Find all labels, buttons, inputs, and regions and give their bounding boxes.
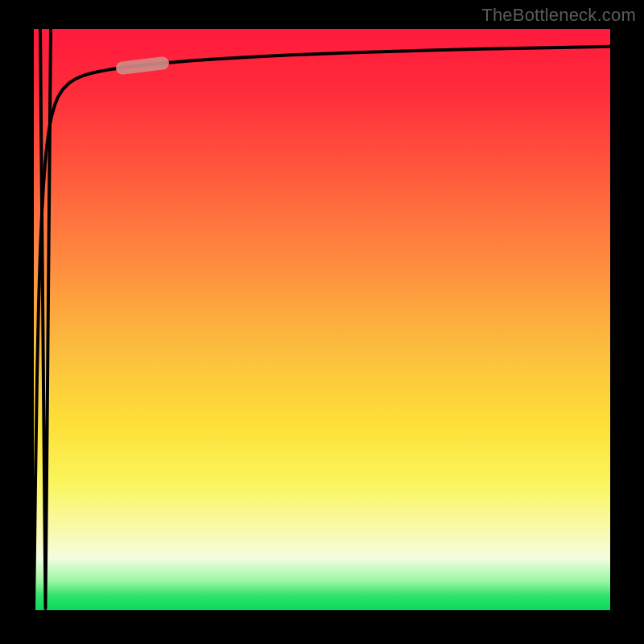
plot-area <box>34 29 610 610</box>
attribution-label: TheBottleneck.com <box>481 5 636 26</box>
chart-frame: TheBottleneck.com <box>0 0 644 644</box>
